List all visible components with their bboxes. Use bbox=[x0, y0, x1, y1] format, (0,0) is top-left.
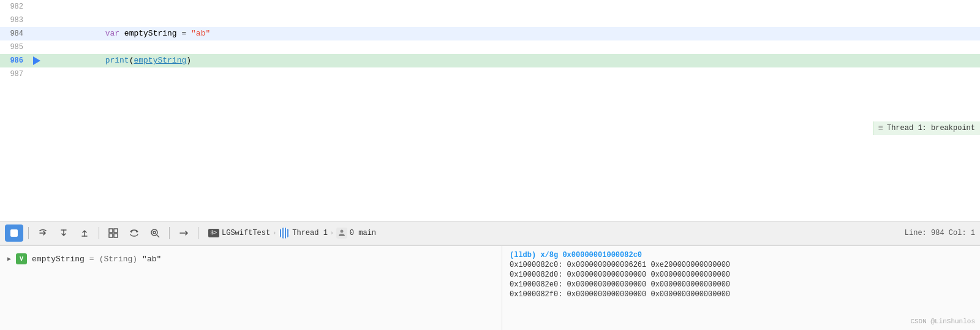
variable-value: "ab" bbox=[142, 255, 161, 264]
debug-panel-wrapper: ▶ V emptyString = (String) "ab" (lldb) x… bbox=[0, 245, 980, 330]
terminal-icon: $> bbox=[208, 229, 219, 237]
line-number-982: 982 bbox=[0, 0, 31, 13]
svg-rect-3 bbox=[109, 234, 113, 237]
line-col-info: Line: 984 Col: 1 bbox=[905, 229, 975, 237]
breadcrumb-project: LGSwiftTest bbox=[222, 229, 270, 237]
debug-panel: ▶ V emptyString = (String) "ab" (lldb) x… bbox=[0, 245, 980, 330]
person-icon bbox=[336, 228, 347, 239]
string-value: "ab" bbox=[191, 29, 210, 38]
line-number-983: 983 bbox=[0, 13, 31, 27]
code-line-982: 982 bbox=[0, 0, 980, 13]
watermark: CSDN @LinShunlos bbox=[910, 318, 975, 325]
breakpoint-986 bbox=[31, 56, 43, 65]
chevron-1-icon: › bbox=[273, 230, 276, 237]
thread-badge-text: Thread 1: breakpoint bbox=[887, 121, 975, 135]
keyword-var: var bbox=[105, 29, 119, 38]
thread-stripes bbox=[279, 228, 290, 239]
breadcrumb-frame[interactable]: 0 main bbox=[336, 228, 376, 239]
thread-badge-icon: ≡ bbox=[878, 121, 883, 135]
svg-rect-2 bbox=[114, 229, 118, 232]
svg-rect-4 bbox=[114, 234, 118, 237]
step-out-button[interactable] bbox=[75, 224, 94, 242]
thread-icon bbox=[279, 228, 290, 239]
keyword-print: print bbox=[105, 56, 129, 65]
lldb-line-0: 0x1000082c0: 0x0000000000006261 0xe20000… bbox=[510, 261, 973, 269]
breadcrumb-frame-label: 0 main bbox=[350, 229, 376, 237]
person-svg bbox=[337, 229, 346, 237]
variable-row: ▶ V emptyString = (String) "ab" bbox=[7, 253, 494, 264]
code-line-986: 986 print(emptyString) ≡ Thread 1: break… bbox=[0, 54, 980, 67]
step-out-icon bbox=[79, 228, 90, 239]
step-over-button[interactable] bbox=[34, 224, 52, 242]
variable-equals: = bbox=[89, 255, 94, 264]
line-number-984: 984 bbox=[0, 27, 31, 40]
var-ref-emptyString: emptyString bbox=[134, 56, 186, 65]
svg-point-8 bbox=[153, 231, 156, 234]
code-lines: 982 983 984 var emptyString = "ab" 985 9… bbox=[0, 0, 980, 81]
step-in-icon bbox=[58, 228, 69, 239]
variable-name: emptyString bbox=[32, 255, 85, 264]
breadcrumb-terminal[interactable]: $> LGSwiftTest bbox=[208, 229, 270, 237]
expand-icon[interactable]: ▶ bbox=[7, 255, 11, 263]
thread-badge: ≡ Thread 1: breakpoint bbox=[873, 121, 980, 135]
frames-button[interactable] bbox=[104, 224, 123, 242]
lldb-line-2: 0x1000082e0: 0x0000000000000000 0x000000… bbox=[510, 280, 973, 289]
code-line-984: 984 var emptyString = "ab" bbox=[0, 27, 980, 40]
code-content-986: print(emptyString) bbox=[43, 40, 873, 81]
inspect-icon bbox=[149, 228, 160, 239]
separator-2 bbox=[99, 227, 99, 239]
lldb-line-1: 0x1000082d0: 0x0000000000000000 0x000000… bbox=[510, 271, 973, 279]
stop-icon bbox=[10, 229, 18, 237]
step-in-button[interactable] bbox=[55, 224, 73, 242]
lldb-line-3: 0x1000082f0: 0x0000000000000000 0x000000… bbox=[510, 290, 973, 299]
separator-1 bbox=[28, 227, 29, 239]
separator-3 bbox=[169, 227, 170, 239]
svg-point-7 bbox=[151, 229, 157, 236]
lldb-command: (lldb) x/8g 0x00000001000082c0 bbox=[510, 251, 973, 259]
code-editor: 982 983 984 var emptyString = "ab" 985 9… bbox=[0, 0, 980, 221]
jump-button[interactable] bbox=[125, 224, 143, 242]
breadcrumb-thread[interactable]: Thread 1 bbox=[279, 228, 328, 239]
variable-type-badge: V bbox=[16, 253, 27, 264]
svg-point-10 bbox=[340, 230, 343, 233]
chevron-2-icon: › bbox=[330, 230, 334, 237]
inspect-button[interactable] bbox=[146, 224, 164, 242]
svg-rect-0 bbox=[10, 229, 18, 237]
line-number-986: 986 bbox=[0, 54, 31, 67]
step-over-icon bbox=[37, 228, 48, 239]
send-button[interactable] bbox=[175, 224, 193, 242]
svg-line-9 bbox=[157, 235, 159, 237]
debug-lldb: (lldb) x/8g 0x00000001000082c0 0x1000082… bbox=[502, 246, 980, 330]
breadcrumb-thread-label: Thread 1 bbox=[292, 229, 328, 237]
jump-icon bbox=[129, 228, 140, 239]
svg-rect-1 bbox=[109, 229, 113, 232]
separator-4 bbox=[198, 227, 198, 239]
debug-breadcrumb: $> LGSwiftTest › Thread 1 › 0 main bbox=[208, 228, 376, 239]
line-number-985: 985 bbox=[0, 40, 31, 54]
breakpoint-arrow-icon bbox=[33, 56, 40, 65]
send-icon bbox=[178, 228, 189, 239]
debug-toolbar: $> LGSwiftTest › Thread 1 › 0 main Line:… bbox=[0, 221, 980, 245]
frames-icon bbox=[108, 228, 119, 239]
debug-variables: ▶ V emptyString = (String) "ab" bbox=[0, 246, 502, 330]
stop-button[interactable] bbox=[5, 224, 23, 242]
variable-type: (String) bbox=[99, 255, 137, 264]
line-number-987: 987 bbox=[0, 67, 31, 81]
